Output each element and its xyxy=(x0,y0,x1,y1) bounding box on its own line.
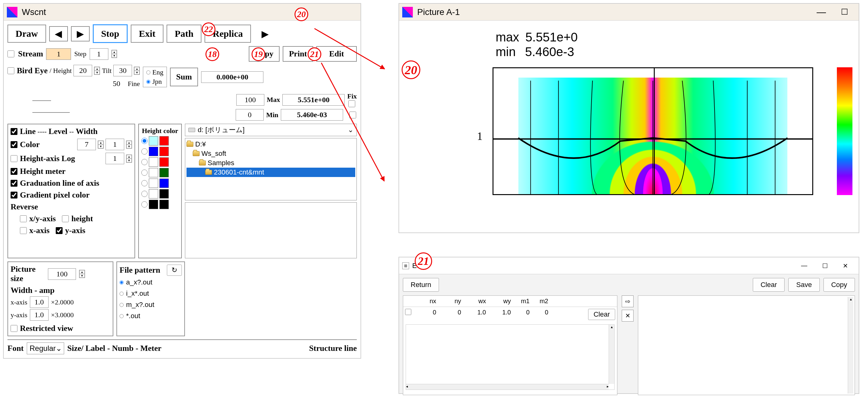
next-button[interactable]: ▶ xyxy=(71,26,90,41)
cell-wx[interactable]: 1.0 xyxy=(467,309,486,320)
edit-minimize-button[interactable]: — xyxy=(794,262,815,269)
height-color-radio-1[interactable] xyxy=(141,148,148,154)
height-color-radio-5[interactable] xyxy=(141,191,148,197)
stop-button[interactable]: Stop xyxy=(93,24,128,43)
hal-spinner[interactable]: ▲▼ xyxy=(126,154,132,163)
rev-y-axis-checkbox[interactable] xyxy=(56,227,63,234)
swatch-a-1[interactable] xyxy=(149,147,158,156)
max-scale[interactable]: 100 xyxy=(236,94,264,106)
swatch-b-1[interactable] xyxy=(159,147,169,156)
file-list[interactable] xyxy=(185,202,357,258)
prev-button[interactable]: ◀ xyxy=(49,26,68,41)
edit-copy-button[interactable]: Copy xyxy=(824,278,855,292)
folder-item[interactable]: D:¥ xyxy=(186,140,355,149)
cell-wy[interactable]: 1.0 xyxy=(492,309,511,320)
height-color-radio-4[interactable] xyxy=(141,180,148,186)
picture-title-bar[interactable]: Picture A-1 — ☐ xyxy=(399,4,859,21)
swatch-a-0[interactable] xyxy=(149,136,158,145)
grad-pixel-checkbox[interactable] xyxy=(10,192,18,198)
rev-height-checkbox[interactable] xyxy=(62,215,69,222)
file-pattern-radio-3[interactable] xyxy=(120,314,124,318)
min-scale[interactable]: 0 xyxy=(236,109,264,121)
inner-clear-button[interactable]: Clear xyxy=(588,309,615,320)
file-pattern-radio-2[interactable] xyxy=(120,303,124,307)
height-color-radio-2[interactable] xyxy=(141,159,148,165)
swatch-a-3[interactable] xyxy=(149,168,158,177)
vscrollbar[interactable]: ▴ xyxy=(609,325,614,384)
step-spinner[interactable]: ▲▼ xyxy=(112,50,117,58)
folder-item[interactable]: Samples xyxy=(186,158,355,168)
birdeye-checkbox[interactable] xyxy=(7,67,14,74)
swatch-a-6[interactable] xyxy=(149,200,158,209)
file-pattern-radio-1[interactable] xyxy=(120,292,124,296)
edit-clear-button[interactable]: Clear xyxy=(753,278,785,292)
grad-line-checkbox[interactable] xyxy=(10,180,18,187)
swatch-a-5[interactable] xyxy=(149,189,158,198)
jpn-radio[interactable] xyxy=(146,80,150,84)
stream-value[interactable]: 1 xyxy=(46,48,71,60)
cell-nx[interactable]: 0 xyxy=(417,309,436,320)
edit-button[interactable]: Edit xyxy=(316,46,357,62)
swatch-a-2[interactable] xyxy=(149,158,158,167)
drive-combo[interactable]: d: [ボリューム] ⌄ xyxy=(185,124,357,136)
picture-size-value[interactable]: 100 xyxy=(48,268,76,280)
delete-button[interactable]: ✕ xyxy=(622,310,633,321)
vscrollbar[interactable]: ▴ xyxy=(848,297,854,394)
eng-radio[interactable] xyxy=(146,70,150,75)
edit-save-button[interactable]: Save xyxy=(788,278,819,292)
min-value[interactable]: 5.460e-03 xyxy=(281,109,343,121)
sum-button[interactable]: Sum xyxy=(170,67,198,86)
restricted-view-checkbox[interactable] xyxy=(10,325,18,332)
color-checkbox[interactable] xyxy=(10,141,18,148)
folder-item[interactable]: Ws_soft xyxy=(186,149,355,158)
path-button[interactable]: Path xyxy=(166,25,202,43)
exit-button[interactable]: Exit xyxy=(131,25,163,43)
height-color-radio-3[interactable] xyxy=(141,170,148,176)
draw-button[interactable]: Draw xyxy=(7,25,46,43)
swatch-b-6[interactable] xyxy=(159,200,169,209)
swatch-b-2[interactable] xyxy=(159,158,169,167)
cell-m1[interactable]: 0 xyxy=(517,309,530,320)
color-width-value[interactable]: 1 xyxy=(105,139,124,150)
edit-right-panel[interactable]: ▴ xyxy=(638,295,855,395)
hal-value[interactable]: 1 xyxy=(105,153,124,164)
fix-max-checkbox[interactable] xyxy=(348,100,355,107)
folder-tree[interactable]: D:¥ Ws_soft Samples 230601-cnt&mnt xyxy=(185,138,357,200)
fine-value[interactable]: 50 xyxy=(107,78,126,89)
transfer-right-button[interactable]: ⇨ xyxy=(622,295,633,307)
stream-checkbox[interactable] xyxy=(7,51,14,57)
color-width-spinner[interactable]: ▲▼ xyxy=(126,141,132,149)
swatch-b-5[interactable] xyxy=(159,189,169,198)
edit-text-area[interactable]: ▴ ◂▸ xyxy=(406,324,615,390)
swatch-b-3[interactable] xyxy=(159,168,169,177)
xy-axis-checkbox[interactable] xyxy=(20,215,27,222)
swatch-b-0[interactable] xyxy=(159,136,169,145)
tilt-spinner[interactable]: ▲▼ xyxy=(134,67,140,75)
cell-ny[interactable]: 0 xyxy=(442,309,461,320)
step-value[interactable]: 1 xyxy=(90,48,108,60)
edit-close-button[interactable]: ✕ xyxy=(835,262,856,270)
file-pattern-radio-0[interactable] xyxy=(120,280,124,284)
font-combo[interactable]: Regular⌄ xyxy=(27,342,64,354)
cell-m2[interactable]: 0 xyxy=(536,309,548,320)
minimize-button[interactable]: — xyxy=(809,7,833,18)
swatch-a-4[interactable] xyxy=(149,178,158,188)
height-axis-log-checkbox[interactable] xyxy=(10,155,18,162)
play-icon[interactable]: ▶ xyxy=(261,28,269,39)
height-meter-checkbox[interactable] xyxy=(10,168,18,175)
rev-x-axis-checkbox[interactable] xyxy=(20,227,27,234)
picture-size-spinner[interactable]: ▲▼ xyxy=(79,270,85,278)
x-axis-value[interactable]: 1.0 xyxy=(30,296,49,308)
refresh-button[interactable]: ↻ xyxy=(167,264,182,276)
color-value[interactable]: 7 xyxy=(77,139,96,150)
line-checkbox[interactable] xyxy=(10,128,18,135)
swatch-b-4[interactable] xyxy=(159,178,169,188)
slider-track-2[interactable] xyxy=(32,112,70,113)
height-value[interactable]: 20 xyxy=(73,65,92,76)
y-axis-value[interactable]: 1.0 xyxy=(30,309,49,321)
tilt-value[interactable]: 30 xyxy=(113,65,132,76)
edit-maximize-button[interactable]: ☐ xyxy=(815,262,835,270)
row-checkbox[interactable] xyxy=(405,309,411,315)
color-spinner[interactable]: ▲▼ xyxy=(98,141,104,149)
height-color-radio-0[interactable] xyxy=(141,138,148,144)
